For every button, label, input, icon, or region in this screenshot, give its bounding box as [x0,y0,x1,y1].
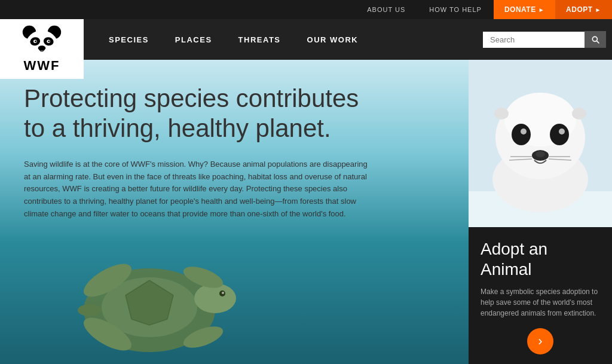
adopt-arrow-button[interactable]: › [527,328,553,354]
arrow-right-icon: › [538,334,542,349]
hero-body: Saving wildlife is at the core of WWF's … [24,158,371,221]
svg-point-37 [572,108,586,120]
search-area [483,31,606,48]
adopt-title: Adopt an Animal [481,239,600,279]
nav-threats[interactable]: THREATS [225,35,294,44]
nav-species[interactable]: SPECIES [96,35,162,44]
seal-image [469,60,612,227]
search-input[interactable] [483,32,585,48]
nav-our-work[interactable]: OUR WORK [294,35,372,44]
seal-face-illustration [469,60,612,227]
main-nav-links: SPECIES PLACES THREATS OUR WORK [84,35,483,44]
hero-section: Protecting species contributes to a thri… [0,60,469,364]
turtle-image [30,233,269,364]
hero-title: Protecting species contributes to a thri… [24,84,382,144]
svg-point-20 [78,304,102,316]
top-nav-links: ABOUT US HOW TO HELP DONATE ► ADOPT ► [355,0,612,19]
turtle-icon [30,233,269,364]
svg-point-31 [536,151,545,157]
svg-point-36 [494,108,509,120]
wwf-logo: WWF [21,25,63,74]
adopt-panel: Adopt an Animal Make a symbolic species … [469,227,612,364]
how-to-help-link[interactable]: HOW TO HELP [417,0,494,19]
donate-button[interactable]: DONATE ► [494,0,555,19]
svg-point-26 [512,124,531,145]
logo-box[interactable]: WWF [0,19,84,79]
svg-point-8 [48,41,50,42]
svg-point-7 [35,41,36,42]
sidebar: Adopt an Animal Make a symbolic species … [469,60,612,364]
svg-point-9 [38,45,46,50]
top-bar: ABOUT US HOW TO HELP DONATE ► ADOPT ► [0,0,612,19]
panda-icon [21,25,63,60]
search-icon [590,35,600,44]
adopt-arrow-icon: ► [595,7,601,13]
adopt-button[interactable]: ADOPT ► [555,0,612,19]
svg-point-29 [559,129,565,134]
content-area: Protecting species contributes to a thri… [0,60,612,364]
adopt-desc: Make a symbolic species adoption to help… [481,286,600,319]
nav-places[interactable]: PLACES [162,35,225,44]
svg-point-2 [26,30,57,59]
search-button[interactable] [585,31,606,48]
svg-point-27 [550,124,569,145]
main-nav: WWF SPECIES PLACES THREATS OUR WORK [0,19,612,60]
svg-point-15 [222,292,224,294]
donate-arrow-icon: ► [538,7,544,13]
seal-icon [469,60,612,227]
svg-point-28 [521,129,527,134]
about-us-link[interactable]: ABOUT US [355,0,417,19]
wwf-name: WWF [24,58,60,74]
